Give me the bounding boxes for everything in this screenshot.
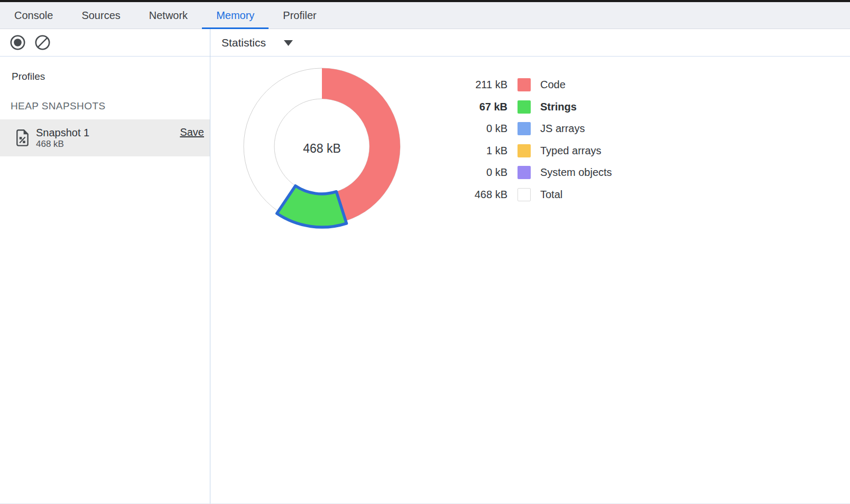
chevron-down-icon [283, 39, 294, 47]
clear-icon [34, 34, 51, 51]
legend-label: Code [540, 79, 566, 91]
tab-profiler[interactable]: Profiler [269, 2, 330, 29]
legend-label: System objects [540, 166, 612, 179]
statistics-chart-area: 468 kB [235, 59, 409, 234]
legend-label: JS arrays [540, 123, 585, 135]
legend-value: 211 kB [449, 79, 507, 91]
snapshot-info: Snapshot 1 468 kB [36, 127, 89, 149]
record-icon [10, 34, 26, 51]
legend-row-js-arrays[interactable]: 0 kBJS arrays [449, 118, 612, 140]
legend-label: Typed arrays [540, 145, 602, 157]
legend-value: 67 kB [449, 101, 507, 113]
snapshot-name: Snapshot 1 [36, 127, 89, 139]
legend-row-system-objects[interactable]: 0 kBSystem objects [449, 162, 612, 184]
legend-swatch-icon [518, 122, 531, 135]
legend-swatch-icon [518, 100, 531, 114]
legend-swatch-icon [518, 188, 531, 201]
heap-snapshot-document-icon [16, 129, 29, 147]
chart-slice-strings[interactable] [277, 186, 347, 227]
view-toolbar: Statistics [210, 29, 850, 57]
legend-value: 0 kB [449, 166, 507, 179]
heap-snapshots-section-heading: HEAP SNAPSHOTS [11, 100, 105, 112]
legend-label: Total [540, 189, 562, 201]
legend-value: 0 kB [449, 123, 507, 135]
snapshot-size: 468 kB [36, 139, 89, 149]
sidebar-title: Profiles [12, 71, 45, 82]
record-heap-snapshot-button[interactable] [9, 34, 26, 51]
perspective-dropdown[interactable]: Statistics [221, 36, 294, 49]
legend-row-typed-arrays[interactable]: 1 kBTyped arrays [449, 140, 612, 162]
statistics-donut-chart[interactable]: 468 kB [235, 59, 409, 234]
chart-legend: 211 kBCode67 kBStrings0 kBJS arrays1 kBT… [449, 74, 612, 206]
tab-memory[interactable]: Memory [202, 2, 269, 29]
legend-row-code[interactable]: 211 kBCode [449, 74, 612, 96]
legend-swatch-icon [518, 166, 531, 179]
legend-row-total[interactable]: 468 kBTotal [449, 184, 612, 206]
legend-value: 1 kB [449, 145, 507, 157]
legend-swatch-icon [518, 78, 531, 91]
tab-console[interactable]: Console [0, 2, 67, 29]
devtools-tabbar: Console Sources Network Memory Profiler [0, 2, 850, 29]
sidebar-item-snapshot-1[interactable]: Snapshot 1 468 kB Save [0, 119, 210, 156]
profiles-toolbar [0, 29, 210, 57]
save-snapshot-link[interactable]: Save [180, 126, 204, 138]
legend-swatch-icon [518, 144, 531, 157]
devtools-memory-panel: { "tabs": { "items": [ { "label": "Conso… [0, 0, 850, 504]
legend-row-strings[interactable]: 67 kBStrings [449, 96, 612, 118]
perspective-dropdown-value: Statistics [221, 36, 266, 49]
legend-value: 468 kB [449, 189, 507, 201]
tab-network[interactable]: Network [135, 2, 202, 29]
chart-total-label: 468 kB [303, 142, 341, 155]
clear-profiles-button[interactable] [34, 34, 51, 51]
sidebar-divider[interactable] [210, 29, 210, 504]
tab-sources[interactable]: Sources [67, 2, 134, 29]
legend-label: Strings [540, 101, 577, 113]
